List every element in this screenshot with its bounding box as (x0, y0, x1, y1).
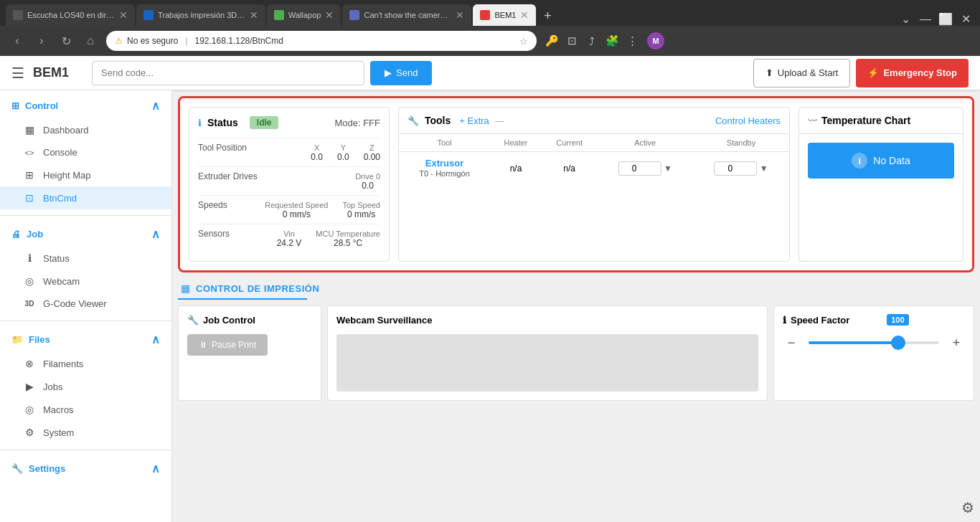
tab-close-2[interactable]: ✕ (250, 9, 258, 21)
standby-input[interactable] (714, 161, 757, 176)
status-card: ℹ Status Idle Mode: FFF Tool Position X (189, 107, 390, 262)
heightmap-icon: ⊞ (23, 169, 36, 181)
vin-header: Vin (283, 229, 295, 238)
close-btn[interactable]: ✕ (957, 12, 974, 26)
slider-fill (809, 341, 893, 344)
key-icon[interactable]: 🔑 (544, 34, 560, 47)
active-input[interactable] (618, 161, 661, 176)
sidebar-item-macros[interactable]: ◎ Macros (0, 398, 171, 421)
tab-label-5: BEM1 (494, 11, 516, 19)
no-data-info-icon: i (852, 153, 867, 169)
screenshot-icon[interactable]: ⊡ (564, 34, 580, 47)
sidebar-job-header[interactable]: 🖨 Job ∧ (0, 222, 171, 247)
sidebar-item-status[interactable]: ℹ Status (0, 247, 171, 270)
new-tab-button[interactable]: + (537, 6, 557, 26)
tab-close-5[interactable]: ✕ (520, 9, 529, 21)
speed-plus-button[interactable]: + (948, 336, 965, 351)
z-header: Z (369, 143, 374, 152)
toolbar-icons: 🔑 ⊡ ⤴ 🧩 ⋮ (544, 34, 640, 47)
upload-start-button[interactable]: ⬆ Upload & Start (753, 59, 851, 87)
active-dropdown-icon[interactable]: ▼ (664, 163, 672, 174)
tab-close-3[interactable]: ✕ (325, 9, 334, 21)
status-icon: ℹ (23, 252, 36, 264)
req-speed-header: Requested Speed (265, 201, 328, 209)
browser-tab-5[interactable]: BEM1 ✕ (473, 4, 536, 26)
tool-position-row: Tool Position X 0.0 Y 0.0 (198, 138, 380, 166)
tab-favicon-1 (13, 10, 23, 20)
temp-chart-card: 〰 Temperature Chart i No Data (798, 107, 963, 262)
tool-position-label: Tool Position (198, 143, 263, 153)
home-button[interactable]: ⌂ (82, 34, 99, 47)
mcu-temp-header: MCU Temperature (316, 229, 380, 238)
back-button[interactable]: ‹ (9, 34, 26, 47)
settings-gear-icon[interactable]: ⚙ (961, 500, 974, 516)
active-cell: ▼ (597, 152, 693, 185)
sidebar-item-console[interactable]: <> Console (0, 141, 171, 163)
send-button[interactable]: ▶ Send (370, 61, 432, 85)
sidebar-label-jobs: Jobs (43, 381, 62, 392)
browser-tab-4[interactable]: Can't show the camera in Pri... ✕ (342, 4, 471, 26)
webcam-label: Webcam Surveillance (336, 315, 432, 326)
bookmark-icon[interactable]: ☆ (519, 36, 528, 47)
forward-button[interactable]: › (33, 34, 50, 47)
sidebar-item-dashboard[interactable]: ▦ Dashboard (0, 118, 171, 141)
slider-thumb[interactable] (891, 336, 905, 350)
speed-minus-button[interactable]: − (783, 336, 800, 351)
settings-gear-area: ⚙ (961, 499, 974, 516)
tab-favicon-4 (349, 10, 359, 20)
menu-hamburger[interactable]: ☰ (11, 65, 24, 82)
send-icon: ▶ (385, 67, 392, 78)
tab-label-2: Trabajos impresión 3D | Treli... (158, 11, 245, 19)
sidebar-section-job: 🖨 Job ∧ ℹ Status ◎ Webcam 3D G-Code V (0, 219, 171, 318)
more-icon[interactable]: ⋮ (624, 34, 640, 47)
tab-close-1[interactable]: ✕ (119, 9, 128, 21)
browser-tab-1[interactable]: Escucha LOS40 en directo - ✕ (6, 4, 135, 26)
jobs-icon: ▶ (23, 381, 36, 392)
extensions-icon[interactable]: 🧩 (604, 34, 620, 47)
z-value: 0.00 (364, 152, 380, 162)
job-control-card: 🔧 Job Control ⏸ Pause Print (178, 305, 321, 401)
filaments-icon: ⊗ (23, 358, 36, 369)
sidebar-item-webcam[interactable]: ◎ Webcam (0, 270, 171, 293)
tab-label-3: Wallapop (288, 11, 321, 19)
pause-print-button[interactable]: ⏸ Pause Print (187, 334, 268, 356)
share-icon[interactable]: ⤴ (584, 35, 600, 47)
minimize-btn[interactable]: — (917, 13, 934, 26)
table-row: Extrusor T0 - Hormigón n/a n/a ▼ (399, 152, 789, 185)
mcu-temp-col: MCU Temperature 28.5 °C (316, 229, 380, 248)
sidebar-settings-header[interactable]: 🔧 Settings ∧ (0, 456, 171, 481)
sidebar-item-btncmd[interactable]: ⊡ BtnCmd (0, 186, 171, 209)
sidebar-control-header[interactable]: ⊞ Control ∧ (0, 93, 171, 118)
send-code-input[interactable] (92, 61, 364, 85)
emergency-icon: ⚡ (867, 67, 879, 78)
x-value: 0.0 (311, 152, 323, 162)
extruder-id: T0 - (419, 169, 433, 178)
tools-table-header: Tool Heater Current Active Standby (399, 134, 789, 152)
sidebar-item-jobs[interactable]: ▶ Jobs (0, 375, 171, 398)
sidebar-item-filaments[interactable]: ⊗ Filaments (0, 352, 171, 375)
upload-label: Upload & Start (778, 67, 839, 78)
reload-button[interactable]: ↻ (57, 34, 75, 48)
address-box[interactable]: ⚠ No es seguro | 192.168.1.128/BtnCmd ☆ (106, 31, 537, 51)
col-active-header: Active (597, 134, 693, 152)
system-icon: ⚙ (23, 427, 36, 438)
job-label: Job (27, 229, 43, 239)
control-heaters-link[interactable]: Control Heaters (715, 115, 781, 126)
tools-extra[interactable]: + Extra (459, 115, 489, 126)
webcam-content (336, 334, 758, 392)
sidebar-item-system[interactable]: ⚙ System (0, 421, 171, 444)
sidebar-files-header[interactable]: 📁 Files ∧ (0, 327, 171, 352)
tab-list-btn[interactable]: ⌄ (897, 12, 914, 26)
standby-dropdown-icon[interactable]: ▼ (760, 163, 768, 174)
browser-tab-2[interactable]: Trabajos impresión 3D | Treli... ✕ (136, 4, 265, 26)
slider-track (809, 341, 939, 344)
sidebar-item-heightmap[interactable]: ⊞ Height Map (0, 163, 171, 186)
browser-tab-3[interactable]: Wallapop ✕ (267, 4, 341, 26)
sidebar-item-gcodeviewer[interactable]: 3D G-Code Viewer (0, 293, 171, 315)
user-avatar[interactable]: M (647, 32, 664, 49)
speed-slider-container: 100 (809, 334, 939, 351)
sensors-label: Sensors (198, 229, 263, 239)
tab-close-4[interactable]: ✕ (456, 9, 464, 21)
maximize-btn[interactable]: ⬜ (937, 12, 954, 26)
emergency-stop-button[interactable]: ⚡ Emergency Stop (856, 59, 969, 87)
